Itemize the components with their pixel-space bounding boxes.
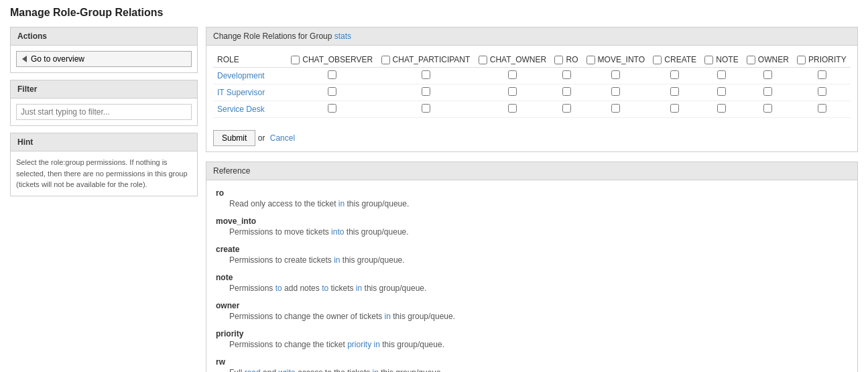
select-all-chat-participant[interactable] (381, 56, 390, 64)
table-row: IT Supervisor (213, 84, 851, 101)
checkbox-development-chat_owner[interactable] (508, 70, 517, 79)
cell-create (649, 101, 700, 118)
ref-term-rw: rw (216, 357, 848, 367)
ref-term-owner: owner (216, 301, 848, 310)
select-all-chat-observer[interactable] (291, 56, 300, 64)
ref-term-note: note (216, 273, 848, 282)
ref-desc-ro: Read only access to the ticket in this g… (216, 198, 848, 210)
ref-item-create: createPermissions to create tickets in t… (216, 245, 848, 266)
checkbox-service-desk-chat_observer[interactable] (328, 104, 336, 113)
cell-chat_participant (377, 84, 475, 101)
ref-term-ro: ro (216, 188, 848, 198)
col-chat-owner: CHAT_OWNER (475, 52, 551, 68)
select-all-ro[interactable] (554, 56, 563, 64)
col-chat-participant: CHAT_PARTICIPANT (377, 52, 475, 68)
checkbox-it-supervisor-priority[interactable] (818, 87, 826, 96)
filter-section: Filter (10, 80, 198, 126)
select-all-create[interactable] (653, 56, 662, 64)
reference-box: Reference roRead only access to the tick… (206, 162, 858, 372)
checkbox-it-supervisor-chat_observer[interactable] (328, 87, 336, 96)
cell-ro (550, 101, 582, 118)
filter-body (10, 99, 198, 126)
role-link[interactable]: Development (217, 71, 265, 80)
role-link[interactable]: IT Supervisor (217, 88, 265, 97)
ref-term-move_into: move_into (216, 216, 848, 226)
checkbox-it-supervisor-owner[interactable] (763, 87, 772, 96)
checkbox-development-chat_participant[interactable] (422, 70, 430, 79)
select-all-chat-owner[interactable] (479, 56, 487, 64)
checkbox-it-supervisor-chat_participant[interactable] (422, 87, 430, 96)
ref-item-owner: ownerPermissions to change the owner of … (216, 301, 848, 322)
ref-desc-rw: Full read and write access to the ticket… (216, 367, 848, 372)
col-owner: OWNER (743, 52, 793, 68)
checkbox-service-desk-chat_participant[interactable] (422, 104, 430, 113)
hint-text: Select the role:group permissions. If no… (16, 157, 192, 190)
cell-create (649, 84, 700, 101)
checkbox-service-desk-note[interactable] (717, 104, 726, 113)
ref-desc-create: Permissions to create tickets in this gr… (216, 254, 848, 266)
cell-move_into (582, 68, 649, 84)
checkbox-service-desk-priority[interactable] (818, 104, 826, 113)
submit-button[interactable]: Submit (213, 130, 255, 146)
ref-item-note: notePermissions to add notes to tickets … (216, 273, 848, 294)
change-role-header-text: Change Role Relations for Group (213, 32, 332, 41)
filter-header: Filter (10, 80, 198, 99)
ref-desc-move_into: Permissions to move tickets into this gr… (216, 226, 848, 238)
col-move-into: MOVE_INTO (582, 52, 649, 68)
hint-body: Select the role:group permissions. If no… (10, 151, 198, 196)
role-cell: Development (213, 68, 287, 84)
checkbox-development-priority[interactable] (818, 70, 826, 79)
checkbox-development-create[interactable] (670, 70, 679, 79)
checkbox-service-desk-move_into[interactable] (611, 104, 620, 113)
checkbox-it-supervisor-chat_owner[interactable] (508, 87, 517, 96)
cell-chat_observer (287, 84, 377, 101)
actions-body: Go to overview (10, 46, 198, 73)
checkbox-development-note[interactable] (717, 70, 726, 79)
select-all-note[interactable] (704, 56, 713, 64)
sidebar: Actions Go to overview Filter Hint (10, 27, 198, 372)
checkbox-it-supervisor-move_into[interactable] (611, 87, 620, 96)
role-table-wrapper: ROLE CHAT_OBSERVER (206, 46, 857, 125)
cell-chat_owner (475, 84, 551, 101)
ref-item-rw: rwFull read and write access to the tick… (216, 357, 848, 372)
select-all-priority[interactable] (797, 56, 806, 64)
select-all-move-into[interactable] (586, 56, 595, 64)
checkbox-it-supervisor-create[interactable] (670, 87, 679, 96)
checkbox-service-desk-ro[interactable] (562, 104, 571, 113)
arrow-left-icon (22, 56, 27, 62)
cell-priority (793, 84, 851, 101)
cell-chat_participant (377, 101, 475, 118)
checkbox-it-supervisor-ro[interactable] (562, 87, 571, 96)
table-header-row: ROLE CHAT_OBSERVER (213, 52, 851, 68)
cell-create (649, 68, 700, 84)
role-link[interactable]: Service Desk (217, 105, 265, 114)
go-to-overview-button[interactable]: Go to overview (16, 51, 192, 67)
cell-chat_participant (377, 68, 475, 84)
checkbox-service-desk-owner[interactable] (763, 104, 772, 113)
ref-term-create: create (216, 245, 848, 254)
checkbox-development-move_into[interactable] (611, 70, 620, 79)
checkbox-development-owner[interactable] (763, 70, 772, 79)
filter-input[interactable] (16, 104, 192, 120)
table-row: Service Desk (213, 101, 851, 118)
cancel-link[interactable]: Cancel (270, 133, 295, 143)
select-all-owner[interactable] (747, 56, 755, 64)
checkbox-service-desk-create[interactable] (670, 104, 679, 113)
col-priority: PRIORITY (793, 52, 851, 68)
actions-header: Actions (10, 27, 198, 46)
ref-item-move_into: move_intoPermissions to move tickets int… (216, 216, 848, 238)
cell-owner (743, 84, 793, 101)
go-to-overview-label: Go to overview (31, 54, 84, 64)
cell-ro (550, 68, 582, 84)
reference-body: roRead only access to the ticket in this… (206, 180, 857, 372)
cell-note (700, 84, 743, 101)
role-table-body: DevelopmentIT SupervisorService Desk (213, 68, 851, 118)
actions-section: Actions Go to overview (10, 27, 198, 73)
checkbox-development-ro[interactable] (562, 70, 571, 79)
ref-item-ro: roRead only access to the ticket in this… (216, 188, 848, 210)
checkbox-service-desk-chat_owner[interactable] (508, 104, 517, 113)
hint-header: Hint (10, 133, 198, 151)
checkbox-development-chat_observer[interactable] (328, 70, 336, 79)
checkbox-it-supervisor-note[interactable] (717, 87, 726, 96)
role-permissions-table: ROLE CHAT_OBSERVER (213, 52, 851, 118)
